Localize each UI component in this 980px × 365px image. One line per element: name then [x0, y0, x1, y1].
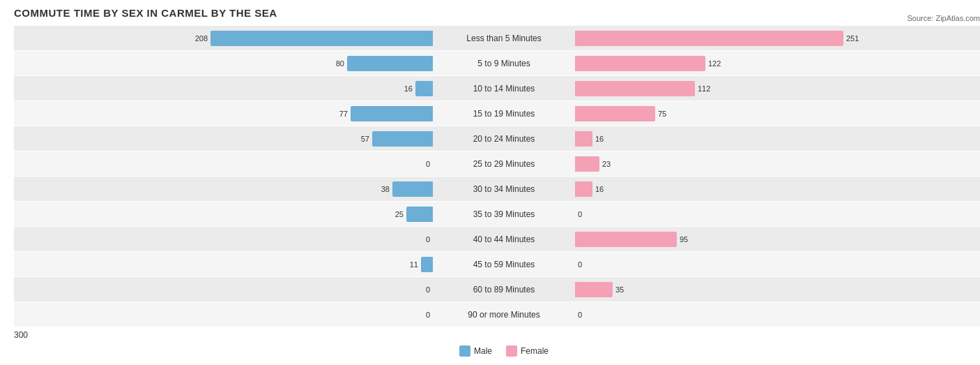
male-bar — [210, 31, 433, 46]
female-bar — [575, 232, 677, 247]
chart-row: 0 25 to 29 Minutes 23 — [14, 151, 980, 177]
row-label: Less than 5 Minutes — [434, 33, 574, 43]
right-section: 16 — [574, 177, 980, 201]
row-inner: 57 20 to 24 Minutes 16 — [14, 126, 980, 151]
right-section: 75 — [574, 101, 980, 126]
female-bar — [575, 81, 695, 96]
female-value: 16 — [595, 185, 613, 193]
male-bar-wrapper: 0 — [14, 282, 434, 297]
female-bar-wrapper: 0 — [574, 307, 980, 322]
chart-row: 0 40 to 44 Minutes 95 — [14, 227, 980, 252]
female-bar-wrapper: 16 — [574, 131, 980, 147]
right-section: 0 — [574, 302, 980, 327]
male-bar-wrapper: 0 — [14, 307, 434, 322]
male-bar-wrapper: 80 — [14, 56, 434, 71]
row-label: 90 or more Minutes — [434, 310, 574, 320]
chart-area: 208 Less than 5 Minutes 251 80 5 to 9 Mi… — [14, 26, 980, 357]
row-inner: 0 90 or more Minutes 0 — [14, 302, 980, 327]
chart-row: 11 45 to 59 Minutes 0 — [14, 252, 980, 277]
male-value: 80 — [327, 59, 344, 68]
legend: Male Female — [14, 345, 980, 357]
right-section: 251 — [574, 26, 980, 50]
chart-row: 16 10 to 14 Minutes 112 — [14, 76, 980, 101]
male-value: 0 — [413, 235, 430, 244]
right-section: 112 — [574, 76, 980, 100]
row-inner: 25 35 to 39 Minutes 0 — [14, 202, 980, 226]
legend-female-label: Female — [521, 346, 549, 356]
row-inner: 0 25 to 29 Minutes 23 — [14, 151, 980, 176]
row-label: 35 to 39 Minutes — [434, 209, 574, 219]
female-bar — [575, 282, 613, 297]
male-bar-wrapper: 77 — [14, 106, 434, 121]
male-value: 11 — [401, 260, 418, 269]
male-value: 38 — [372, 185, 390, 193]
row-label: 15 to 19 Minutes — [434, 109, 574, 119]
left-section: 16 — [14, 76, 434, 100]
left-section: 57 — [14, 126, 434, 151]
chart-row: 77 15 to 19 Minutes 75 — [14, 101, 980, 126]
female-bar — [575, 56, 705, 71]
axis-row: 300 300 — [14, 330, 980, 340]
male-value: 16 — [395, 84, 413, 93]
right-section: 0 — [574, 202, 980, 226]
female-bar-wrapper: 0 — [574, 257, 980, 272]
female-value: 0 — [578, 260, 595, 269]
male-bar-wrapper: 25 — [14, 207, 434, 222]
male-bar-wrapper: 208 — [14, 31, 434, 46]
legend-male-label: Male — [474, 346, 492, 356]
left-section: 80 — [14, 51, 434, 75]
row-label: 20 to 24 Minutes — [434, 134, 574, 144]
left-section: 208 — [14, 26, 434, 50]
row-inner: 0 40 to 44 Minutes 95 — [14, 227, 980, 251]
right-section: 16 — [574, 126, 980, 151]
female-bar-wrapper: 112 — [574, 81, 980, 96]
axis-right-label: 300 — [574, 330, 980, 340]
legend-male: Male — [459, 345, 492, 357]
chart-title: COMMUTE TIME BY SEX IN CARMEL BY THE SEA — [14, 7, 980, 19]
female-value: 75 — [658, 110, 675, 118]
axis-left-label: 300 — [14, 330, 434, 340]
row-inner: 80 5 to 9 Minutes 122 — [14, 51, 980, 75]
male-value: 0 — [413, 160, 430, 168]
row-inner: 77 15 to 19 Minutes 75 — [14, 101, 980, 126]
right-section: 0 — [574, 252, 980, 276]
male-bar — [347, 56, 433, 71]
male-bar — [415, 81, 433, 96]
left-section: 0 — [14, 151, 434, 176]
female-value: 35 — [615, 285, 633, 294]
male-value: 57 — [352, 135, 369, 143]
chart-row: 208 Less than 5 Minutes 251 — [14, 26, 980, 51]
left-section: 11 — [14, 252, 434, 276]
left-section: 25 — [14, 202, 434, 226]
right-section: 35 — [574, 277, 980, 301]
male-bar — [372, 131, 433, 147]
male-value: 208 — [190, 34, 208, 43]
chart-container: 208 Less than 5 Minutes 251 80 5 to 9 Mi… — [14, 26, 980, 327]
chart-row: 80 5 to 9 Minutes 122 — [14, 51, 980, 76]
chart-row: 0 90 or more Minutes 0 — [14, 302, 980, 327]
source-label: Source: ZipAtlas.com — [907, 14, 980, 22]
male-bar-wrapper: 0 — [14, 156, 434, 172]
row-inner: 16 10 to 14 Minutes 112 — [14, 76, 980, 100]
female-value: 23 — [602, 160, 620, 168]
row-label: 25 to 29 Minutes — [434, 159, 574, 169]
left-section: 0 — [14, 227, 434, 251]
female-bar-wrapper: 23 — [574, 156, 980, 172]
right-section: 23 — [574, 151, 980, 176]
right-section: 95 — [574, 227, 980, 251]
female-bar — [575, 31, 843, 46]
row-label: 5 to 9 Minutes — [434, 59, 574, 68]
left-section: 77 — [14, 101, 434, 126]
chart-row: 38 30 to 34 Minutes 16 — [14, 177, 980, 202]
female-bar-wrapper: 75 — [574, 106, 980, 121]
male-bar-wrapper: 0 — [14, 232, 434, 247]
left-section: 0 — [14, 302, 434, 327]
female-bar-wrapper: 16 — [574, 181, 980, 197]
female-value: 112 — [698, 84, 715, 93]
female-bar-wrapper: 251 — [574, 31, 980, 46]
male-value: 77 — [330, 110, 348, 118]
female-bar — [575, 131, 592, 147]
male-bar — [406, 207, 433, 222]
male-value: 0 — [413, 311, 430, 319]
male-bar — [421, 257, 433, 272]
